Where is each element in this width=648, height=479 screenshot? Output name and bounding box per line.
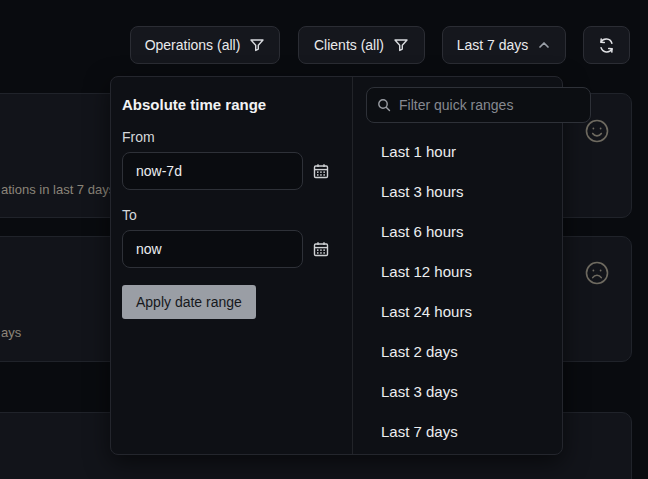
absolute-time-range-section: Absolute time range From To	[111, 77, 353, 454]
quick-range-option-last-1-hour[interactable]: Last 1 hour	[353, 131, 599, 171]
clients-filter-button[interactable]: Clients (all)	[298, 26, 425, 64]
from-input[interactable]	[122, 152, 303, 190]
quick-range-option-last-2-days[interactable]: Last 2 days	[353, 331, 599, 371]
refresh-button[interactable]	[583, 26, 630, 64]
calendar-icon	[312, 240, 330, 258]
card-subtitle: ays	[1, 325, 21, 340]
operations-filter-label: Operations (all)	[145, 37, 241, 53]
operations-filter-button[interactable]: Operations (all)	[130, 26, 280, 64]
quick-ranges-section: Last 1 hour Last 3 hours Last 6 hours La…	[353, 77, 599, 454]
quick-ranges-search-box[interactable]	[366, 87, 591, 123]
time-range-label: Last 7 days	[457, 37, 529, 53]
quick-ranges-list: Last 1 hour Last 3 hours Last 6 hours La…	[353, 131, 599, 454]
card-subtitle: ations in last 7 days	[1, 182, 115, 197]
clients-filter-label: Clients (all)	[314, 37, 384, 53]
to-label: To	[122, 207, 341, 223]
to-input[interactable]	[122, 230, 303, 268]
quick-range-option-last-3-days[interactable]: Last 3 days	[353, 371, 599, 411]
quick-range-option-last-24-hours[interactable]: Last 24 hours	[353, 291, 599, 331]
filter-quick-ranges-input[interactable]	[399, 97, 580, 113]
from-label: From	[122, 129, 341, 145]
funnel-icon	[249, 37, 265, 53]
quick-range-option-last-7-days[interactable]: Last 7 days	[353, 411, 599, 451]
apply-date-range-button[interactable]: Apply date range	[122, 285, 256, 319]
to-calendar-button[interactable]	[312, 240, 330, 258]
absolute-time-range-title: Absolute time range	[122, 96, 341, 113]
calendar-icon	[312, 162, 330, 180]
search-icon	[377, 98, 391, 112]
from-calendar-button[interactable]	[312, 162, 330, 180]
time-range-picker-button[interactable]: Last 7 days	[442, 26, 566, 64]
chevron-up-icon	[537, 38, 551, 52]
quick-range-option-last-6-hours[interactable]: Last 6 hours	[353, 211, 599, 251]
quick-range-option-last-12-hours[interactable]: Last 12 hours	[353, 251, 599, 291]
quick-range-option-last-3-hours[interactable]: Last 3 hours	[353, 171, 599, 211]
refresh-icon	[598, 37, 615, 54]
time-picker-panel: Absolute time range From To	[110, 76, 563, 455]
funnel-icon	[393, 37, 409, 53]
